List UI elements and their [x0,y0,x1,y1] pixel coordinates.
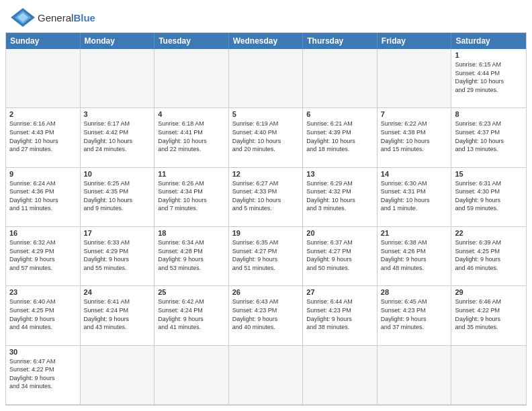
day-info: Sunrise: 6:26 AM Sunset: 4:34 PM Dayligh… [158,179,225,213]
calendar-body: 1Sunrise: 6:15 AM Sunset: 4:44 PM Daylig… [6,49,526,405]
day-number: 1 [455,51,523,59]
day-info: Sunrise: 6:43 AM Sunset: 4:23 PM Dayligh… [232,298,300,331]
day-info: Sunrise: 6:35 AM Sunset: 4:27 PM Dayligh… [232,238,300,272]
day-number: 27 [306,288,373,296]
day-cell-21: 21Sunrise: 6:38 AM Sunset: 4:26 PM Dayli… [378,227,452,286]
day-info: Sunrise: 6:16 AM Sunset: 4:43 PM Dayligh… [9,120,77,153]
day-info: Sunrise: 6:44 AM Sunset: 4:23 PM Dayligh… [306,298,373,331]
day-cell-2: 2Sunrise: 6:16 AM Sunset: 4:43 PM Daylig… [6,108,81,167]
weekday-header-monday: Monday [81,33,155,49]
empty-cell [451,346,526,405]
day-number: 5 [232,110,300,118]
day-cell-11: 11Sunrise: 6:26 AM Sunset: 4:34 PM Dayli… [154,168,229,227]
logo-icon [11,8,35,27]
empty-cell [81,346,155,405]
day-info: Sunrise: 6:17 AM Sunset: 4:42 PM Dayligh… [84,120,151,153]
day-cell-20: 20Sunrise: 6:37 AM Sunset: 4:27 PM Dayli… [303,227,378,286]
day-number: 25 [158,288,225,296]
day-info: Sunrise: 6:18 AM Sunset: 4:41 PM Dayligh… [158,120,225,153]
day-cell-6: 6Sunrise: 6:21 AM Sunset: 4:39 PM Daylig… [303,108,378,167]
day-info: Sunrise: 6:21 AM Sunset: 4:39 PM Dayligh… [306,120,373,153]
day-cell-27: 27Sunrise: 6:44 AM Sunset: 4:23 PM Dayli… [303,286,378,345]
day-info: Sunrise: 6:41 AM Sunset: 4:24 PM Dayligh… [84,298,151,331]
day-info: Sunrise: 6:39 AM Sunset: 4:25 PM Dayligh… [455,238,523,272]
day-cell-15: 15Sunrise: 6:31 AM Sunset: 4:30 PM Dayli… [451,168,526,227]
day-cell-12: 12Sunrise: 6:27 AM Sunset: 4:33 PM Dayli… [229,168,304,227]
day-cell-26: 26Sunrise: 6:43 AM Sunset: 4:23 PM Dayli… [229,286,304,345]
day-number: 28 [381,288,448,296]
day-cell-10: 10Sunrise: 6:25 AM Sunset: 4:35 PM Dayli… [81,168,155,227]
logo: GeneralBlue [11,8,95,27]
day-info: Sunrise: 6:23 AM Sunset: 4:37 PM Dayligh… [455,120,523,153]
day-cell-13: 13Sunrise: 6:29 AM Sunset: 4:32 PM Dayli… [303,168,378,227]
day-cell-22: 22Sunrise: 6:39 AM Sunset: 4:25 PM Dayli… [451,227,526,286]
day-info: Sunrise: 6:19 AM Sunset: 4:40 PM Dayligh… [232,120,300,153]
day-cell-23: 23Sunrise: 6:40 AM Sunset: 4:25 PM Dayli… [6,286,81,345]
day-info: Sunrise: 6:45 AM Sunset: 4:23 PM Dayligh… [381,298,448,331]
empty-cell [6,49,81,108]
day-info: Sunrise: 6:27 AM Sunset: 4:33 PM Dayligh… [232,179,300,213]
page: GeneralBlue SundayMondayTuesdayWednesday… [0,0,532,411]
day-number: 8 [455,110,523,118]
empty-cell [81,49,155,108]
day-info: Sunrise: 6:29 AM Sunset: 4:32 PM Dayligh… [306,179,373,213]
empty-cell [229,49,304,108]
day-cell-29: 29Sunrise: 6:46 AM Sunset: 4:22 PM Dayli… [451,286,526,345]
day-info: Sunrise: 6:38 AM Sunset: 4:26 PM Dayligh… [381,238,448,272]
empty-cell [303,49,378,108]
day-number: 4 [158,110,225,118]
day-number: 17 [84,229,151,237]
day-number: 14 [381,170,448,178]
day-number: 29 [455,288,523,296]
weekday-header-tuesday: Tuesday [154,33,229,49]
day-number: 7 [381,110,448,118]
day-number: 26 [232,288,300,296]
day-number: 11 [158,170,225,178]
day-number: 16 [9,229,77,237]
empty-cell [378,49,452,108]
day-info: Sunrise: 6:46 AM Sunset: 4:22 PM Dayligh… [455,298,523,331]
day-info: Sunrise: 6:15 AM Sunset: 4:44 PM Dayligh… [455,60,523,94]
day-cell-5: 5Sunrise: 6:19 AM Sunset: 4:40 PM Daylig… [229,108,304,167]
day-cell-28: 28Sunrise: 6:45 AM Sunset: 4:23 PM Dayli… [378,286,452,345]
calendar-header: SundayMondayTuesdayWednesdayThursdayFrid… [6,33,526,49]
day-cell-17: 17Sunrise: 6:33 AM Sunset: 4:29 PM Dayli… [81,227,155,286]
day-info: Sunrise: 6:40 AM Sunset: 4:25 PM Dayligh… [9,298,77,331]
day-number: 2 [9,110,77,118]
day-number: 18 [158,229,225,237]
day-info: Sunrise: 6:37 AM Sunset: 4:27 PM Dayligh… [306,238,373,272]
day-info: Sunrise: 6:47 AM Sunset: 4:22 PM Dayligh… [9,357,77,391]
day-cell-30: 30Sunrise: 6:47 AM Sunset: 4:22 PM Dayli… [6,346,81,405]
day-info: Sunrise: 6:42 AM Sunset: 4:24 PM Dayligh… [158,298,225,331]
day-cell-1: 1Sunrise: 6:15 AM Sunset: 4:44 PM Daylig… [451,49,526,108]
day-number: 22 [455,229,523,237]
weekday-header-sunday: Sunday [6,33,81,49]
day-info: Sunrise: 6:31 AM Sunset: 4:30 PM Dayligh… [455,179,523,213]
day-cell-14: 14Sunrise: 6:30 AM Sunset: 4:31 PM Dayli… [378,168,452,227]
day-cell-4: 4Sunrise: 6:18 AM Sunset: 4:41 PM Daylig… [154,108,229,167]
empty-cell [154,49,229,108]
day-number: 3 [84,110,151,118]
day-number: 9 [9,170,77,178]
day-info: Sunrise: 6:30 AM Sunset: 4:31 PM Dayligh… [381,179,448,213]
day-info: Sunrise: 6:25 AM Sunset: 4:35 PM Dayligh… [84,179,151,213]
day-number: 19 [232,229,300,237]
day-cell-9: 9Sunrise: 6:24 AM Sunset: 4:36 PM Daylig… [6,168,81,227]
day-cell-7: 7Sunrise: 6:22 AM Sunset: 4:38 PM Daylig… [378,108,452,167]
day-info: Sunrise: 6:33 AM Sunset: 4:29 PM Dayligh… [84,238,151,272]
day-number: 12 [232,170,300,178]
day-number: 10 [84,170,151,178]
empty-cell [303,346,378,405]
weekday-header-wednesday: Wednesday [229,33,304,49]
day-cell-25: 25Sunrise: 6:42 AM Sunset: 4:24 PM Dayli… [154,286,229,345]
weekday-header-friday: Friday [378,33,452,49]
day-number: 6 [306,110,373,118]
day-number: 24 [84,288,151,296]
empty-cell [378,346,452,405]
day-cell-18: 18Sunrise: 6:34 AM Sunset: 4:28 PM Dayli… [154,227,229,286]
day-number: 23 [9,288,77,296]
day-number: 20 [306,229,373,237]
weekday-header-thursday: Thursday [303,33,378,49]
weekday-header-saturday: Saturday [451,33,526,49]
empty-cell [229,346,304,405]
